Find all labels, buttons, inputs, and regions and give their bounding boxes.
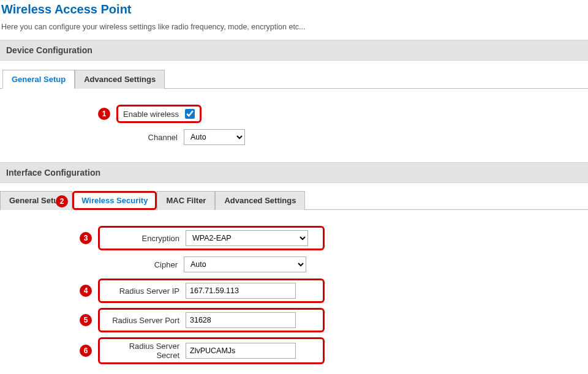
callout-2: 2 [56, 195, 68, 208]
encryption-label: Encryption [106, 234, 186, 243]
tab-iface-advanced[interactable]: Advanced Settings [215, 191, 305, 210]
radius-secret-input[interactable] [186, 343, 296, 359]
enable-wireless-callout: Enable wireless [116, 105, 202, 123]
callout-5: 5 [80, 314, 92, 326]
page-title: Wireless Access Point [0, 0, 588, 21]
enable-wireless-checkbox[interactable] [185, 109, 195, 119]
radius-secret-row: 6 Radius Server Secret [0, 337, 588, 364]
tab-wireless-security[interactable]: Wireless Security [72, 191, 157, 210]
callout-4: 4 [80, 285, 92, 297]
tab-general-setup[interactable]: General Setup [2, 70, 75, 89]
channel-row: Channel Auto [0, 128, 588, 146]
radius-secret-label: Radius Server Secret [106, 342, 186, 360]
page-description: Here you can configure your wireless set… [0, 21, 588, 40]
interface-config-tabs: General Setup 2 Wireless Security MAC Fi… [0, 183, 588, 210]
channel-label: Channel [0, 133, 184, 142]
encryption-row: 3 Encryption WPA2-EAP [0, 226, 588, 250]
radius-port-row: 5 Radius Server Port [0, 308, 588, 332]
cipher-label: Cipher [0, 260, 184, 269]
radius-port-label: Radius Server Port [106, 316, 186, 325]
callout-1: 1 [98, 108, 110, 120]
cipher-select[interactable]: Auto [184, 256, 306, 272]
callout-3: 3 [80, 232, 92, 244]
tab-advanced-settings[interactable]: Advanced Settings [75, 70, 165, 89]
channel-select[interactable]: Auto [184, 129, 245, 145]
interface-config-form: 3 Encryption WPA2-EAP Cipher Auto 4 Radi… [0, 210, 588, 374]
cipher-row: Cipher Auto [0, 255, 588, 274]
tab-iface-general[interactable]: General Setup 2 [0, 191, 72, 210]
callout-6: 6 [80, 345, 92, 357]
device-config-form: 1 Enable wireless Channel Auto [0, 89, 588, 162]
radius-ip-input[interactable] [186, 283, 296, 299]
interface-config-header: Interface Configuration [0, 162, 588, 183]
encryption-select[interactable]: WPA2-EAP [186, 230, 308, 246]
tab-mac-filter[interactable]: MAC Filter [157, 191, 215, 210]
radius-ip-row: 4 Radius Server IP [0, 279, 588, 303]
tab-iface-general-label: General Setup [9, 196, 63, 205]
enable-wireless-row: 1 Enable wireless [0, 105, 588, 123]
enable-wireless-label: Enable wireless [123, 110, 185, 119]
device-config-tabs: General Setup Advanced Settings [0, 61, 588, 89]
device-config-header: Device Configuration [0, 40, 588, 61]
radius-ip-label: Radius Server IP [106, 286, 186, 296]
radius-port-input[interactable] [186, 312, 296, 328]
